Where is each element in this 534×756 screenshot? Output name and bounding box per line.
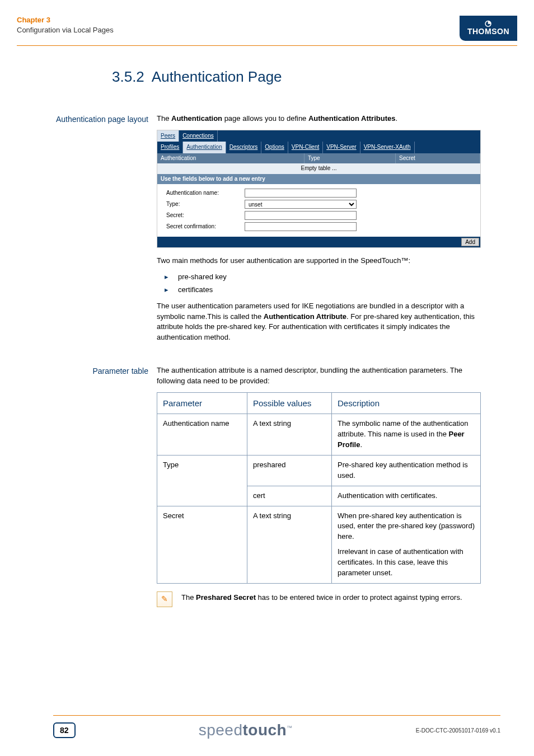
section-title: 3.5.2 Authentication Page — [112, 68, 534, 86]
brand-logo: ◔ THOMSON — [460, 16, 517, 41]
table-header: Authentication Type Secret — [157, 153, 480, 164]
tab-vpn-server-xauth[interactable]: VPN-Server-XAuth — [360, 142, 415, 153]
th-values: Possible values — [247, 392, 332, 414]
globe-icon: ◔ — [467, 19, 509, 27]
secret-confirm-input[interactable] — [245, 222, 357, 231]
cell-desc: The symbolic name of the authentication … — [332, 414, 481, 456]
parameter-table: Parameter Possible values Description Au… — [157, 392, 481, 584]
auth-name-label: Authentication name: — [166, 189, 245, 198]
methods-intro: Two main methods for user authentication… — [157, 256, 481, 266]
auth-name-input[interactable] — [245, 189, 357, 198]
type-select[interactable]: unset — [245, 200, 357, 209]
tab-profiles[interactable]: Profiles — [157, 142, 183, 153]
tabs-primary: Peers Connections — [157, 130, 480, 142]
tabs-secondary: Profiles Authentication Descriptors Opti… — [157, 142, 480, 153]
note-block: ✎ The Preshared Secret has to be entered… — [157, 591, 481, 607]
footer-rule — [53, 715, 500, 716]
type-label: Type: — [166, 200, 245, 209]
cell-value: preshared — [247, 456, 332, 486]
table-row: Authentication name A text string The sy… — [157, 414, 481, 456]
cell-value: A text string — [247, 506, 332, 583]
bullet-preshared: pre-shared key — [162, 272, 481, 283]
table-row: Type preshared Pre-shared key authentica… — [157, 456, 481, 486]
side-label-auth-layout: Authentication page layout — [0, 114, 157, 349]
speedtouch-logo: speedtouch™ — [199, 721, 293, 739]
tab-vpn-server[interactable]: VPN-Server — [323, 142, 360, 153]
cell-desc: Pre-shared key authentication method is … — [332, 456, 481, 486]
cell-param: Authentication name — [157, 414, 247, 456]
bullet-certificates: certificates — [162, 285, 481, 295]
note-icon: ✎ — [157, 591, 172, 607]
page-number: 82 — [53, 722, 76, 738]
col-authentication: Authentication — [157, 153, 305, 164]
cell-desc: Authentication with certificates. — [332, 486, 481, 506]
chapter-title: Chapter 3 — [17, 16, 114, 24]
secret-input[interactable] — [245, 211, 357, 220]
intro-text: The Authentication page allows you to de… — [157, 114, 481, 124]
table-row: Secret A text string When pre-shared key… — [157, 506, 481, 583]
add-button[interactable]: Add — [461, 238, 479, 246]
form-subhead: Use the fields below to add a new entry — [157, 174, 480, 185]
empty-table-text: Empty table ... — [157, 163, 480, 174]
secret-label: Secret: — [166, 212, 245, 220]
tab-vpn-client[interactable]: VPN-Client — [288, 142, 323, 153]
side-label-param-table: Parameter table — [0, 365, 157, 607]
cell-value: cert — [247, 486, 332, 506]
th-description: Description — [332, 392, 481, 414]
th-parameter: Parameter — [157, 392, 247, 414]
chapter-subtitle: Configuration via Local Pages — [17, 26, 114, 34]
tab-options[interactable]: Options — [261, 142, 288, 153]
cell-value: A text string — [247, 414, 332, 456]
tab-peers[interactable]: Peers — [157, 130, 179, 142]
auth-attribute-text: The user authentication parameters used … — [157, 301, 481, 343]
tab-authentication[interactable]: Authentication — [183, 142, 226, 153]
col-type: Type — [305, 153, 396, 164]
cell-param: Secret — [157, 506, 247, 583]
methods-list: pre-shared key certificates — [162, 272, 481, 295]
tab-descriptors[interactable]: Descriptors — [226, 142, 262, 153]
tab-connections[interactable]: Connections — [179, 130, 218, 142]
secret-confirm-label: Secret confirmation: — [166, 223, 245, 231]
col-secret: Secret — [396, 153, 480, 164]
doc-id: E-DOC-CTC-20051017-0169 v0.1 — [416, 727, 500, 734]
cell-desc: When pre-shared key authentication is us… — [332, 506, 481, 583]
header-rule — [17, 45, 517, 46]
ui-screenshot: Peers Connections Profiles Authenticatio… — [157, 130, 481, 248]
cell-param: Type — [157, 456, 247, 506]
param-intro: The authentication attribute is a named … — [157, 365, 481, 387]
note-text: The Preshared Secret has to be entered t… — [181, 591, 481, 607]
